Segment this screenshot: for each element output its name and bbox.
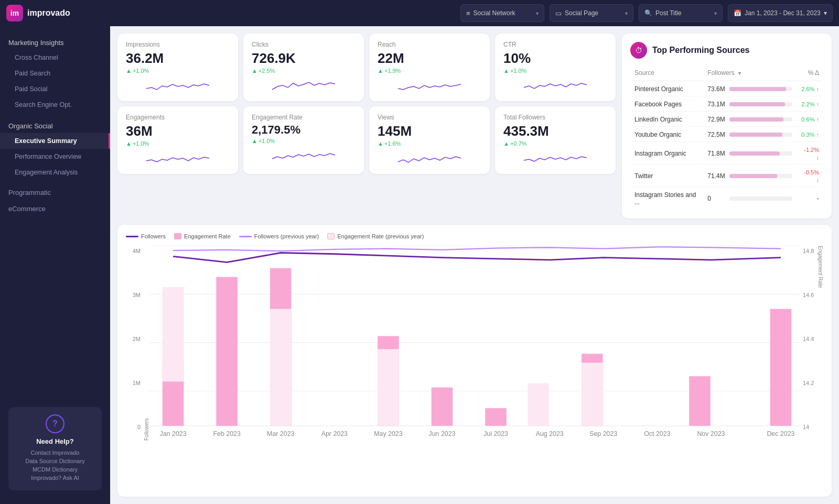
source-name: Instagram Organic bbox=[631, 143, 703, 165]
social-network-label: Social Network bbox=[474, 9, 515, 17]
y-axis-1m: 1M bbox=[133, 380, 141, 386]
engagement-rate-sparkline bbox=[252, 148, 356, 164]
arrow-up-icon: ▲ bbox=[503, 68, 509, 74]
y-axis-14-8: 14.8 bbox=[803, 248, 814, 254]
followers-col-header[interactable]: Followers ▼ bbox=[704, 67, 795, 81]
bar-jun-current bbox=[432, 388, 453, 426]
sidebar-item-performance-overview[interactable]: Performance Overview bbox=[0, 149, 110, 165]
bar-aug-prev bbox=[528, 384, 549, 426]
sidebar-item-engagement-analysis[interactable]: Engagement Analysis bbox=[0, 165, 110, 180]
top-sources-icon: ⏱ bbox=[630, 42, 647, 59]
chevron-down-icon: ▾ bbox=[536, 10, 539, 16]
sidebar-label: Programmatic bbox=[8, 189, 51, 196]
source-pct: - bbox=[797, 188, 822, 209]
ctr-change: ▲ +1.0% bbox=[503, 68, 607, 74]
social-network-icon: ≡ bbox=[466, 9, 470, 17]
bar-jan-prev bbox=[163, 287, 184, 381]
mcdm-dictionary-link[interactable]: MCDM Dictionary bbox=[16, 466, 94, 473]
chevron-down-icon: ▾ bbox=[714, 10, 717, 16]
sidebar-item-paid-social[interactable]: Paid Social bbox=[0, 81, 110, 97]
source-name: Twitter bbox=[631, 166, 703, 187]
impressions-card: Impressions 36.2M ▲ +1.0% bbox=[117, 34, 238, 101]
arrow-up-icon: ▲ bbox=[252, 138, 257, 144]
ctr-label: CTR bbox=[503, 41, 607, 48]
legend-engagement-rate: Engagement Rate bbox=[174, 233, 231, 239]
sidebar-item-cross-channel[interactable]: Cross Channel bbox=[0, 50, 110, 65]
post-title-label: Post Title bbox=[655, 9, 681, 17]
sidebar-label: Paid Social bbox=[15, 85, 48, 93]
help-box: ? Need Help? Contact Improvado Data Sour… bbox=[8, 407, 102, 490]
clicks-label: Clicks bbox=[252, 41, 356, 48]
calendar-icon: 📅 bbox=[734, 9, 741, 17]
source-name: Instagram Stories and ... bbox=[631, 188, 703, 209]
source-followers: 72.5M bbox=[704, 128, 795, 142]
legend-prev-engagement-rate: Engagement Rate (previous year) bbox=[327, 233, 424, 239]
sidebar-item-marketing-insights[interactable]: Marketing Insights bbox=[0, 34, 110, 50]
table-row: Twitter 71.4M -0.5% ↓ bbox=[631, 166, 822, 187]
logo-text: improvado bbox=[27, 8, 70, 18]
pct-col-header[interactable]: % Δ bbox=[797, 67, 822, 81]
engagements-value: 36M bbox=[126, 123, 230, 139]
sidebar-label: eCommerce bbox=[8, 205, 46, 213]
social-page-filter[interactable]: ▭ Social Page ▾ bbox=[550, 4, 633, 22]
social-network-filter[interactable]: ≡ Social Network ▾ bbox=[460, 4, 544, 22]
source-followers: 0 bbox=[704, 188, 795, 209]
reach-sparkline bbox=[378, 78, 481, 94]
y-axis-0: 0 bbox=[137, 424, 141, 430]
bar-nov-current bbox=[689, 376, 711, 426]
engagements-card: Engagements 36M ▲ +1.0% bbox=[117, 106, 238, 174]
source-pct: 0.3% ↑ bbox=[797, 128, 822, 142]
svg-text:Sep 2023: Sep 2023 bbox=[589, 430, 617, 437]
bar-feb-current bbox=[216, 277, 238, 426]
svg-text:Dec 2023: Dec 2023 bbox=[767, 430, 794, 437]
svg-text:May 2023: May 2023 bbox=[374, 430, 403, 437]
bar-sep-prev bbox=[582, 363, 603, 426]
data-source-dictionary-link[interactable]: Data Source Dictionary bbox=[16, 458, 94, 464]
social-page-label: Social Page bbox=[565, 9, 598, 17]
source-col-header[interactable]: Source bbox=[631, 67, 703, 81]
source-pct: 0.6% ↑ bbox=[797, 113, 822, 127]
topbar: im improvado ≡ Social Network ▾ ▭ Social… bbox=[0, 0, 839, 26]
help-title: Need Help? bbox=[16, 437, 94, 445]
bar-dec-current bbox=[770, 309, 792, 426]
sources-table: Source Followers ▼ % Δ Pinterest Organic… bbox=[630, 66, 823, 210]
followers-line bbox=[173, 253, 781, 262]
engagement-rate-change: ▲ +1.0% bbox=[252, 138, 356, 144]
sidebar-label: Paid Search bbox=[15, 70, 50, 77]
impressions-sparkline bbox=[126, 78, 230, 94]
bar-jul-current bbox=[485, 408, 507, 426]
chevron-down-icon: ▾ bbox=[824, 9, 827, 17]
sidebar-item-ecommerce[interactable]: eCommerce bbox=[0, 201, 110, 217]
source-name: Facebook Pages bbox=[631, 97, 703, 112]
post-title-filter[interactable]: 🔍 Post Title ▾ bbox=[639, 4, 723, 22]
svg-text:Jul 2023: Jul 2023 bbox=[483, 430, 508, 437]
search-icon: 🔍 bbox=[644, 9, 652, 17]
engagement-rate-card: Engagement Rate 2,179.5% ▲ +1.0% bbox=[243, 106, 364, 174]
sidebar-item-paid-search[interactable]: Paid Search bbox=[0, 65, 110, 81]
sidebar-item-programmatic[interactable]: Programmatic bbox=[0, 184, 110, 201]
contact-improvado-link[interactable]: Contact Improvado bbox=[16, 450, 94, 456]
sidebar-label: Engagement Analysis bbox=[15, 169, 78, 176]
chart-container: 4M 3M 2M 1M 0 Followers bbox=[126, 246, 823, 441]
sidebar-item-search-engine-opt[interactable]: Search Engine Opt. bbox=[0, 97, 110, 113]
source-followers: 73.6M bbox=[704, 82, 795, 96]
engagement-rate-label: Engagement Rate bbox=[252, 114, 356, 121]
sidebar-label: Search Engine Opt. bbox=[15, 101, 72, 108]
source-name: LinkedIn Organic bbox=[631, 113, 703, 127]
date-range-filter[interactable]: 📅 Jan 1, 2023 - Dec 31, 2023 ▾ bbox=[728, 4, 833, 22]
chart-legend: Followers Engagement Rate Followers (pre… bbox=[126, 233, 823, 239]
sidebar-item-organic-social[interactable]: Organic Social bbox=[0, 117, 110, 133]
views-label: Views bbox=[378, 114, 481, 121]
source-followers: 73.1M bbox=[704, 97, 795, 112]
table-row: LinkedIn Organic 72.9M 0.6% ↑ bbox=[631, 113, 822, 127]
y-axis-4m: 4M bbox=[133, 248, 141, 254]
sidebar-item-executive-summary[interactable]: Executive Summary bbox=[0, 133, 110, 149]
sidebar-label: Organic Social bbox=[8, 122, 53, 130]
ask-ai-link[interactable]: Improvado? Ask AI bbox=[16, 475, 94, 481]
legend-prev-followers: Followers (previous year) bbox=[239, 233, 319, 239]
arrow-up-icon: ▲ bbox=[503, 140, 509, 147]
social-page-icon: ▭ bbox=[555, 9, 562, 17]
arrow-up-icon: ▲ bbox=[252, 68, 257, 74]
legend-followers: Followers bbox=[126, 233, 166, 239]
total-followers-change: ▲ +0.7% bbox=[503, 140, 607, 147]
